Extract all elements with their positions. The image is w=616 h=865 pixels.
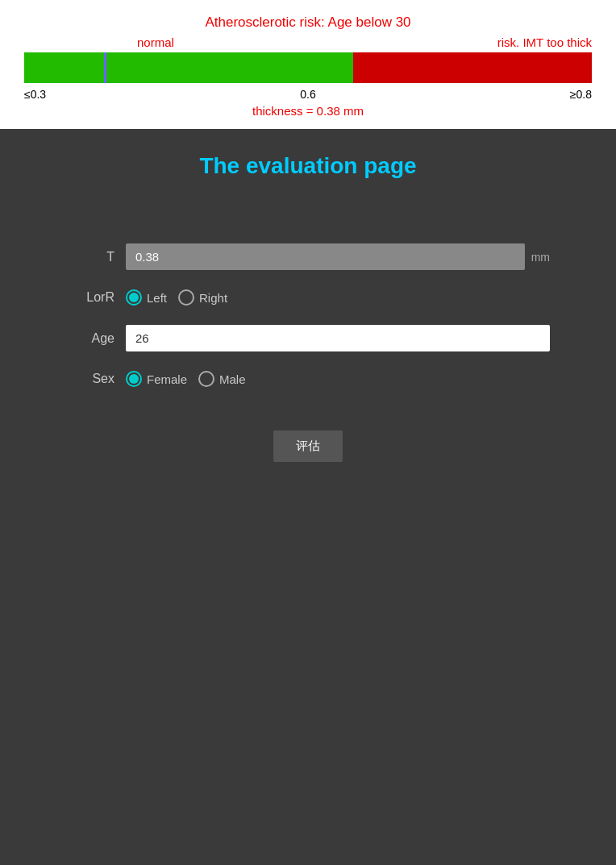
eval-button[interactable]: 评估 [273, 430, 343, 462]
sex-female-radio-inner [129, 374, 139, 384]
risk-title: Atherosclerotic risk: Age below 30 [24, 15, 592, 31]
bar-red [353, 52, 592, 83]
lor-left-radio-inner [129, 293, 139, 302]
risk-labels-row: normal risk. IMT too thick [24, 35, 592, 49]
lor-left-radio-outer [126, 289, 142, 306]
top-section: Atherosclerotic risk: Age below 30 norma… [0, 0, 616, 129]
age-label: Age [66, 331, 114, 346]
lor-radio-group: Left Right [126, 289, 227, 306]
form-area: T mm LorR Left Right [66, 243, 550, 462]
bottom-section: The evaluation page T mm LorR Left [0, 129, 616, 865]
sex-female-label: Female [147, 372, 187, 386]
risk-bar [24, 52, 592, 83]
age-input[interactable] [126, 325, 550, 351]
scale-max: ≥0.8 [570, 88, 592, 101]
bar-green [24, 52, 353, 83]
sex-radio-group: Female Male [126, 371, 246, 387]
sex-label: Sex [66, 372, 114, 386]
sex-male-label: Male [219, 372, 246, 386]
mm-label: mm [531, 251, 550, 264]
scale-mid: 0.6 [300, 88, 315, 101]
label-risk: risk. IMT too thick [497, 35, 592, 49]
lor-left-label: Left [147, 291, 167, 305]
t-label: T [66, 250, 114, 264]
lor-right-label: Right [199, 291, 227, 305]
lor-right-option[interactable]: Right [178, 289, 227, 306]
eval-title: The evaluation page [199, 153, 416, 179]
sex-female-option[interactable]: Female [126, 371, 187, 387]
sex-male-option[interactable]: Male [198, 371, 246, 387]
thickness-label: thickness = 0.38 mm [24, 104, 592, 118]
button-row: 评估 [66, 422, 550, 462]
lor-right-radio-outer [178, 289, 194, 306]
age-row: Age [66, 325, 550, 351]
bar-marker [104, 52, 106, 83]
t-row: T mm [66, 243, 550, 270]
lor-row: LorR Left Right [66, 289, 550, 306]
sex-row: Sex Female Male [66, 371, 550, 387]
sex-male-radio-outer [198, 371, 214, 387]
sex-female-radio-outer [126, 371, 142, 387]
lor-left-option[interactable]: Left [126, 289, 167, 306]
scale-row: ≤0.3 0.6 ≥0.8 [24, 88, 592, 101]
lor-label: LorR [66, 290, 114, 305]
t-input-wrap: mm [126, 243, 550, 270]
scale-min: ≤0.3 [24, 88, 46, 101]
t-input[interactable] [126, 243, 525, 270]
label-normal: normal [137, 35, 174, 49]
